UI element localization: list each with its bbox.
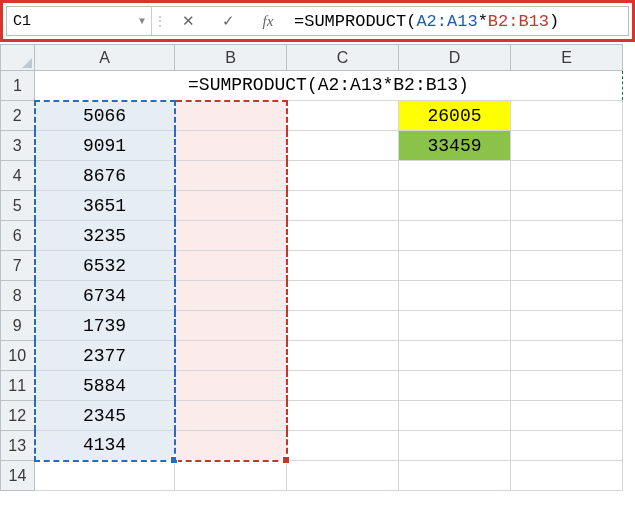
row-head-14[interactable]: 14 (1, 461, 35, 491)
cell-E12[interactable] (511, 401, 623, 431)
cell-A7[interactable]: 6532 (35, 251, 175, 281)
cell-B8[interactable] (175, 281, 287, 311)
row-head-6[interactable]: 6 (1, 221, 35, 251)
row-head-10[interactable]: 10 (1, 341, 35, 371)
cell-D14[interactable] (399, 461, 511, 491)
cell-B12[interactable] (175, 401, 287, 431)
cell-B13[interactable] (175, 431, 287, 461)
col-head-D[interactable]: D (399, 45, 511, 71)
formula-input[interactable]: =SUMPRODUCT(A2:A13*B2:B13) (288, 7, 628, 35)
cell-C8[interactable] (287, 281, 399, 311)
cell-C12[interactable] (287, 401, 399, 431)
row-head-2[interactable]: 2 (1, 101, 35, 131)
cell-A11[interactable]: 5884 (35, 371, 175, 401)
row-head-8[interactable]: 8 (1, 281, 35, 311)
cell-A5[interactable]: 3651 (35, 191, 175, 221)
formula-text-prefix: =SUMPRODUCT( (294, 12, 416, 31)
cell-A12[interactable]: 2345 (35, 401, 175, 431)
row-head-9[interactable]: 9 (1, 311, 35, 341)
row-head-1[interactable]: 1 (1, 71, 35, 101)
cell-B3[interactable] (175, 131, 287, 161)
cell-E14[interactable] (511, 461, 623, 491)
cell-D3[interactable]: 33459 (399, 131, 511, 161)
row-head-5[interactable]: 5 (1, 191, 35, 221)
confirm-button[interactable]: ✓ (208, 7, 248, 35)
cell-C5[interactable] (287, 191, 399, 221)
cell-D12[interactable] (399, 401, 511, 431)
cell-A10[interactable]: 2377 (35, 341, 175, 371)
formula-op: * (478, 12, 488, 31)
cell-B10[interactable] (175, 341, 287, 371)
cell-D2[interactable]: 26005 (399, 101, 511, 131)
row-head-13[interactable]: 13 (1, 431, 35, 461)
cell-E3[interactable] (511, 131, 623, 161)
cell-A8[interactable]: 6734 (35, 281, 175, 311)
cell-E7[interactable] (511, 251, 623, 281)
row-head-4[interactable]: 4 (1, 161, 35, 191)
cell-E2[interactable] (511, 101, 623, 131)
cancel-button[interactable]: ✕ (168, 7, 208, 35)
cell-D8[interactable] (399, 281, 511, 311)
cell-A4[interactable]: 8676 (35, 161, 175, 191)
cell-C3[interactable] (287, 131, 399, 161)
cell-E10[interactable] (511, 341, 623, 371)
cell-B4[interactable] (175, 161, 287, 191)
cell-B2[interactable] (175, 101, 287, 131)
cell-D6[interactable] (399, 221, 511, 251)
cell-C13[interactable] (287, 431, 399, 461)
cell-B14[interactable] (175, 461, 287, 491)
cell-B7[interactable] (175, 251, 287, 281)
col-head-C[interactable]: C (287, 45, 399, 71)
cell-merged-row1[interactable]: =SUMPRODUCT(A2:A13*B2:B13) (35, 71, 623, 101)
cell-C14[interactable] (287, 461, 399, 491)
cell-C7[interactable] (287, 251, 399, 281)
cell-C6[interactable] (287, 221, 399, 251)
row-head-3[interactable]: 3 (1, 131, 35, 161)
cell-C2[interactable] (287, 101, 399, 131)
cell-A13[interactable]: 4134 (35, 431, 175, 461)
cell-E9[interactable] (511, 311, 623, 341)
cell-E11[interactable] (511, 371, 623, 401)
cell-E4[interactable] (511, 161, 623, 191)
col-head-B[interactable]: B (175, 45, 287, 71)
cell-E13[interactable] (511, 431, 623, 461)
cell-C9[interactable] (287, 311, 399, 341)
cell-E8[interactable] (511, 281, 623, 311)
formula-bar-separator: ⋮ (152, 7, 168, 35)
cell-B6[interactable] (175, 221, 287, 251)
cell-A2[interactable]: 5066 (35, 101, 175, 131)
row-head-12[interactable]: 12 (1, 401, 35, 431)
cell-D10[interactable] (399, 341, 511, 371)
row-head-7[interactable]: 7 (1, 251, 35, 281)
spreadsheet-grid[interactable]: A B C D E 1 =SUMPRODUCT(A2:A13*B2:B13) 2… (0, 44, 623, 491)
select-all-corner[interactable] (1, 45, 35, 71)
cell-B11[interactable] (175, 371, 287, 401)
cell-D11[interactable] (399, 371, 511, 401)
cell-E5[interactable] (511, 191, 623, 221)
name-box[interactable]: C1 ▼ (7, 7, 152, 35)
cell-B9[interactable] (175, 311, 287, 341)
cell-A14[interactable] (35, 461, 175, 491)
cell-D13[interactable] (399, 431, 511, 461)
cell-A9[interactable]: 1739 (35, 311, 175, 341)
formula-text-suffix: ) (549, 12, 559, 31)
cell-D9[interactable] (399, 311, 511, 341)
formula-bar-highlight: C1 ▼ ⋮ ✕ ✓ fx =SUMPRODUCT(A2:A13*B2:B13) (0, 0, 635, 42)
cell-D4[interactable] (399, 161, 511, 191)
cell-C11[interactable] (287, 371, 399, 401)
row-head-11[interactable]: 11 (1, 371, 35, 401)
name-box-dropdown-icon[interactable]: ▼ (139, 16, 145, 27)
formula-ref2: B2:B13 (488, 12, 549, 31)
cell-D5[interactable] (399, 191, 511, 221)
insert-function-button[interactable]: fx (248, 7, 288, 35)
cell-A3[interactable]: 9091 (35, 131, 175, 161)
cell-A6[interactable]: 3235 (35, 221, 175, 251)
cell-D7[interactable] (399, 251, 511, 281)
cell-B5[interactable] (175, 191, 287, 221)
cell-E6[interactable] (511, 221, 623, 251)
col-head-A[interactable]: A (35, 45, 175, 71)
cell-C4[interactable] (287, 161, 399, 191)
col-head-E[interactable]: E (511, 45, 623, 71)
formula-bar: C1 ▼ ⋮ ✕ ✓ fx =SUMPRODUCT(A2:A13*B2:B13) (6, 6, 629, 36)
cell-C10[interactable] (287, 341, 399, 371)
